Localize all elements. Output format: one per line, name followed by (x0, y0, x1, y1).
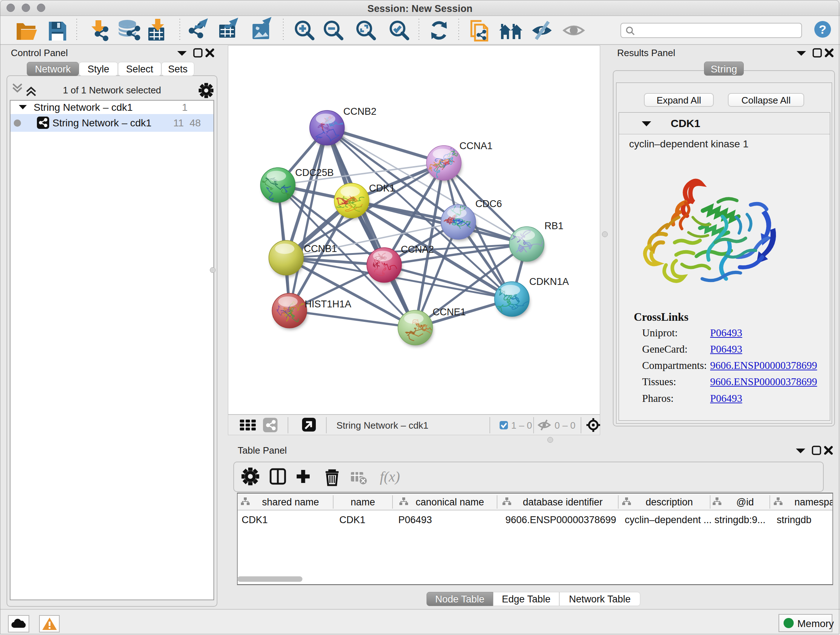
svg-text:HIST1H1A: HIST1H1A (305, 299, 351, 310)
svg-text:CDC25B: CDC25B (295, 167, 334, 178)
svg-text:CDC6: CDC6 (475, 198, 502, 209)
svg-text:CDKN1A: CDKN1A (529, 276, 569, 287)
svg-text:f(x): f(x) (380, 469, 400, 485)
svg-text:?: ? (819, 22, 827, 36)
svg-text:name: name (351, 497, 375, 508)
svg-text:canonical name: canonical name (416, 497, 484, 508)
svg-text:String Network – cdk1: String Network – cdk1 (336, 420, 428, 431)
svg-text:CCNB2: CCNB2 (343, 106, 377, 117)
svg-text:RB1: RB1 (545, 220, 564, 231)
svg-text:CCNE1: CCNE1 (433, 307, 466, 318)
svg-text:CCNA2: CCNA2 (401, 244, 434, 255)
svg-text:0 – 0: 0 – 0 (554, 420, 576, 431)
svg-text:description: description (646, 497, 693, 508)
svg-text:namespace: namespace (794, 497, 832, 508)
svg-text:CCNA1: CCNA1 (459, 141, 493, 151)
svg-text:shared name: shared name (262, 497, 319, 508)
svg-text:CDK1: CDK1 (369, 183, 395, 194)
svg-text:database identifier: database identifier (523, 497, 603, 508)
svg-text:@id: @id (736, 497, 753, 508)
svg-text:1 – 0: 1 – 0 (511, 420, 532, 431)
svg-text:CCNB1: CCNB1 (304, 243, 337, 254)
